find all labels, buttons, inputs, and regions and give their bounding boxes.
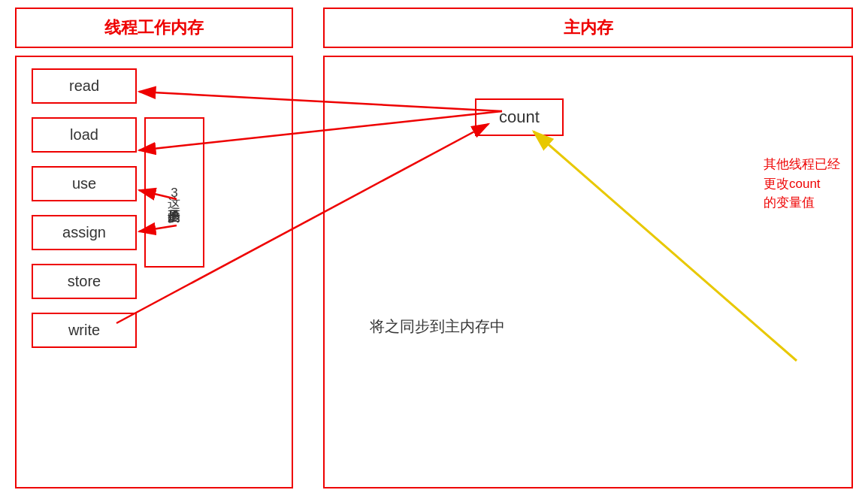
sync-label: 将之同步到主内存中 <box>370 316 505 337</box>
op-load: load <box>32 117 137 153</box>
left-panel-inner: read load use assign store write 这3步不是原子… <box>15 56 293 488</box>
main-container: 线程工作内存 read load use assign store write … <box>0 0 868 496</box>
count-box: count <box>475 98 564 136</box>
op-store: store <box>32 264 137 299</box>
right-panel-title: 主内存 <box>323 8 853 48</box>
left-panel: 线程工作内存 read load use assign store write … <box>15 8 293 488</box>
op-write: write <box>32 313 137 348</box>
right-panel: 主内存 count 将之同步到主内存中 其他线程已经更改count的变量值 <box>323 8 853 488</box>
op-use: use <box>32 166 137 201</box>
op-assign: assign <box>32 215 137 250</box>
left-panel-title: 线程工作内存 <box>15 8 293 48</box>
op-read: read <box>32 68 137 104</box>
right-panel-inner: count 将之同步到主内存中 其他线程已经更改count的变量值 <box>323 56 853 488</box>
annotation-box: 这3步不是原子的 <box>144 117 204 268</box>
other-thread-label: 其他线程已经更改count的变量值 <box>764 155 840 213</box>
